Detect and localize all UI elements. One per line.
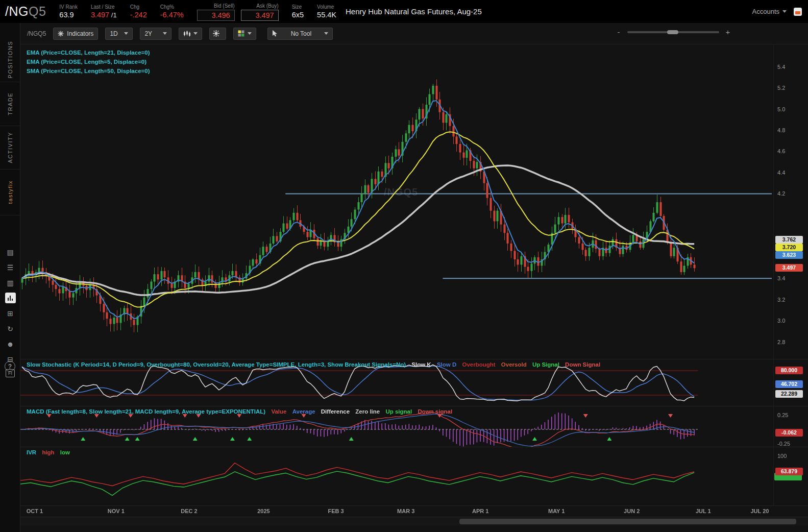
history-icon[interactable]: ↻ (5, 323, 16, 334)
zoom-slider-handle[interactable] (667, 30, 678, 34)
trade-tab-label: TRADE (7, 92, 13, 115)
chart-icon[interactable] (5, 293, 16, 303)
bid-field: Bid (Sell) 3.496 (197, 3, 235, 21)
chevron-down-icon (163, 32, 167, 35)
price-axis: 5.45.25.04.84.64.44.23.43.23.02.83.7623.… (773, 44, 808, 359)
bid-label: Bid (Sell) (214, 3, 235, 9)
price-chart-canvas[interactable] (20, 44, 773, 359)
chg-value: -.242 (130, 10, 147, 19)
price-tick: 5.0 (777, 106, 785, 113)
time-tick: MAR 3 (390, 508, 421, 514)
tastyfix-tab-label: tastyfix (7, 180, 13, 204)
time-tick: JUL 20 (744, 508, 775, 514)
stochastic-title: Slow Stochastic (K Period=14, D Period=9… (27, 361, 406, 368)
zoom-control: - + (615, 28, 731, 36)
chevron-down-icon (324, 32, 328, 35)
app-logo-icon[interactable] (794, 8, 802, 16)
price-tick: 3.2 (777, 296, 785, 303)
time-tick: DEC 2 (174, 508, 204, 514)
help-button[interactable]: ? (5, 361, 15, 372)
starburst-icon (58, 31, 64, 37)
slow-k-badge: 22.289 (775, 390, 803, 398)
size-field: Size 6x5 (292, 4, 304, 19)
accounts-button[interactable]: Accounts (752, 8, 787, 15)
scrollbar-handle[interactable] (459, 519, 796, 524)
chg-field: Chg -.242 (130, 4, 147, 19)
sidebar-tab-tastyfix[interactable]: tastyfix (0, 170, 20, 215)
legend-sma50: SMA (Price=CLOSE, Length=50, Displace=0) (27, 68, 150, 74)
macd-average-label: Average (292, 408, 315, 415)
symbol-month: Q5 (29, 4, 46, 18)
price-pane: EMA (Price=CLOSE, Length=21, Displace=0)… (20, 44, 808, 359)
trading-app-window: /NGQ5 IV Rank 63.9 Last / Size 3.497 /1 … (0, 0, 808, 532)
ema5-badge: 3.623 (775, 251, 803, 259)
sidebar-tab-trade[interactable]: TRADE (0, 82, 20, 126)
sidebar-icon-rail: ▤☰▥⊞↻☻⊟FI (0, 247, 20, 377)
ema21-badge: 3.720 (775, 244, 803, 251)
left-sidebar: POSITIONS TRADE ACTIVITY tastyfix ▤☰▥⊞↻☻… (0, 23, 20, 532)
ivr-legend: IVR high low (27, 449, 70, 455)
chg-pct-value: -6.47% (160, 10, 184, 19)
volume-value: 55.4K (317, 10, 336, 19)
follow-icon[interactable]: ☻ (5, 338, 16, 349)
time-tick: MAY 1 (541, 508, 572, 514)
bid-button[interactable]: 3.496 (197, 10, 235, 21)
macd-legend: MACD (Fast length=8, Slow length=21, MAC… (27, 408, 452, 415)
zoom-slider[interactable] (627, 31, 719, 33)
symbol-root: /NG (5, 4, 29, 18)
macd-title: MACD (Fast length=8, Slow length=21, MAC… (27, 408, 265, 415)
chart-settings-button[interactable] (209, 28, 226, 40)
timeframe-dropdown[interactable]: 1D (105, 28, 133, 40)
candlestick-icon (183, 31, 190, 37)
bar-chart-glyph (8, 295, 13, 301)
price-tick: 5.2 (777, 84, 785, 91)
oversold-label: Oversold (501, 361, 527, 368)
indicators-button[interactable]: Indicators (53, 28, 98, 40)
journal-icon[interactable]: ▤ (5, 247, 16, 257)
drawing-tool-dropdown[interactable]: No Tool (267, 28, 333, 40)
legend-ema5: EMA (Price=CLOSE, Length=5, Displace=0) (27, 59, 150, 65)
sidebar-tab-positions[interactable]: POSITIONS (0, 37, 20, 82)
layout-grid-icon (238, 30, 244, 37)
time-axis: OCT 1NOV 1DEC 22025FEB 3MAR 3APR 1MAY 1J… (20, 505, 808, 517)
ivr-axis: 10063.879 (773, 447, 808, 505)
notes-icon[interactable]: ▥ (5, 277, 16, 288)
last-size-suffix: /1 (109, 11, 116, 19)
range-dropdown[interactable]: 2Y (140, 28, 172, 40)
up-signal-label: Up Signal (532, 361, 559, 368)
layout-grid-dropdown[interactable] (233, 28, 256, 40)
time-tick: OCT 1 (19, 508, 50, 514)
iv-rank-value: 63.9 (59, 10, 74, 19)
volume-label: Volume (317, 4, 334, 10)
chart-type-dropdown[interactable] (179, 28, 202, 40)
last-value: 3.497 (91, 11, 109, 19)
price-tick: 4.4 (777, 169, 785, 176)
chart-panel: /NGQ5 Indicators 1D 2Y (20, 23, 808, 532)
price-tick: 4.6 (777, 148, 785, 155)
watchlist-icon[interactable]: ☰ (5, 262, 16, 273)
stochastic-legend: Slow Stochastic (K Period=14, D Period=9… (27, 361, 600, 368)
ask-label: Ask (Buy) (256, 3, 278, 9)
volume-field: Volume 55.4K (317, 4, 336, 19)
symbol-title: /NGQ5 (5, 4, 46, 19)
macd-value-label: Value (271, 408, 286, 415)
ivr-high-badge: 63.879 (775, 468, 803, 475)
instrument-name: Henry Hub Natural Gas Futures, Aug-25 (346, 7, 482, 16)
last-price-badge: 3.497 (775, 264, 803, 272)
slow-k-label: Slow K (411, 361, 431, 368)
time-tick: APR 1 (465, 508, 496, 514)
zoom-out-button[interactable]: - (615, 28, 622, 36)
grid-icon[interactable]: ⊞ (5, 308, 16, 319)
ivr-canvas[interactable] (20, 447, 773, 506)
ivr-axis-tick: 100 (777, 452, 787, 460)
chart-scrollbar[interactable] (20, 517, 808, 526)
sma50-badge: 3.762 (775, 236, 803, 244)
chevron-down-icon (248, 32, 252, 35)
zoom-in-button[interactable]: + (724, 28, 731, 36)
price-tick: 4.2 (777, 190, 785, 197)
timeframe-value: 1D (110, 30, 117, 37)
chevron-down-icon (124, 32, 128, 35)
stochastic-pane: Slow Stochastic (K Period=14, D Period=9… (20, 359, 808, 406)
sidebar-tab-activity[interactable]: ACTIVITY (0, 126, 20, 170)
ask-button[interactable]: 3.497 (241, 10, 279, 21)
